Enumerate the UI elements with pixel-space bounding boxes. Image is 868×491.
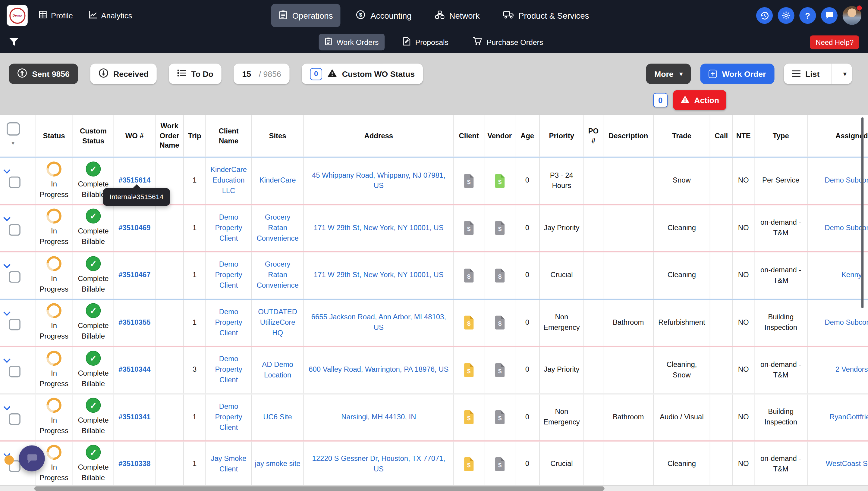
column-header-trip[interactable]: Trip (184, 115, 206, 156)
column-header-status[interactable]: Status (35, 115, 73, 156)
address-link[interactable]: 12220 S Gessner Dr, Houston, TX 77071, U… (307, 454, 451, 474)
tab-operations[interactable]: Operations (271, 4, 341, 27)
action-button[interactable]: Action (673, 90, 726, 110)
assigned-link[interactable]: WestCoast Serv (826, 459, 868, 469)
horizontal-scrollbar[interactable] (0, 486, 868, 491)
wo-number-link[interactable]: #3510338 (118, 459, 150, 469)
site-link[interactable]: KinderCare (259, 176, 296, 186)
vendor-invoice-icon[interactable]: $ (494, 457, 505, 471)
column-header-call[interactable]: Call (710, 115, 733, 156)
header-sort-triangle-icon[interactable]: ▼ (10, 140, 16, 147)
site-link[interactable]: UC6 Site (263, 412, 292, 423)
vendor-invoice-icon[interactable]: $ (494, 268, 505, 283)
need-help-button[interactable]: Need Help? (810, 35, 859, 49)
custom-wo-status-button[interactable]: 0 Custom WO Status (302, 63, 423, 84)
client-invoice-icon[interactable]: $ (463, 268, 474, 283)
client-name-link[interactable]: KinderCare Education LLC (208, 165, 248, 196)
assigned-link[interactable]: Demo Subcontra (824, 317, 868, 328)
wo-number-link[interactable]: #3510344 (118, 365, 150, 375)
column-header-address[interactable]: Address (304, 115, 454, 156)
todo-button[interactable]: To Do (169, 63, 222, 84)
expand-chevron-icon[interactable] (3, 261, 10, 268)
wo-number-link[interactable]: #3510469 (118, 223, 150, 233)
column-header-nte[interactable]: NTE (733, 115, 755, 156)
client-name-link[interactable]: Demo Property Client (208, 354, 248, 385)
list-view-button[interactable]: List ▾ (784, 63, 852, 84)
site-link[interactable]: jay smoke site (255, 459, 300, 469)
nav-profile[interactable]: Profile (39, 10, 73, 21)
settings-gear-button[interactable] (778, 7, 794, 24)
address-link[interactable]: 171 W 29th St, New York, NY 10001, US (314, 223, 444, 233)
tab-product-services[interactable]: Product & Services (495, 4, 597, 27)
assigned-link[interactable]: Kenny (841, 270, 862, 281)
tab-work-orders[interactable]: Work Orders (319, 34, 385, 50)
column-header-client_doc[interactable]: Client (454, 115, 484, 156)
row-checkbox[interactable] (9, 318, 21, 330)
list-dropdown-caret[interactable]: ▾ (838, 70, 852, 78)
client-name-link[interactable]: Demo Property Client (208, 212, 248, 244)
expand-chevron-icon[interactable] (3, 214, 10, 221)
client-invoice-icon[interactable]: $ (463, 410, 474, 425)
assigned-link[interactable]: 2 Vendors (836, 365, 868, 375)
client-invoice-icon[interactable]: $ (463, 221, 474, 235)
address-link[interactable]: 6655 Jackson Road, Ann Arbor, MI 48103, … (307, 312, 451, 333)
column-header-custom_status[interactable]: Custom Status (73, 115, 114, 156)
chat-button[interactable] (821, 7, 838, 24)
column-header-vendor_doc[interactable]: Vendor (484, 115, 515, 156)
column-header-trade[interactable]: Trade (654, 115, 710, 156)
vendor-invoice-icon[interactable]: $ (494, 410, 505, 425)
received-button[interactable]: Received (90, 63, 157, 84)
expand-chevron-icon[interactable] (3, 167, 10, 174)
select-all-checkbox[interactable] (7, 122, 20, 136)
vendor-invoice-icon[interactable]: $ (494, 221, 505, 235)
app-logo[interactable]: Demo (7, 5, 28, 26)
wo-number-link[interactable]: #3510341 (118, 412, 150, 423)
address-link[interactable]: 600 Valley Road, Warrington, PA 18976, U… (309, 365, 448, 375)
column-header-po[interactable]: PO # (584, 115, 604, 156)
column-header-description[interactable]: Description (604, 115, 654, 156)
site-link[interactable]: Grocery Ratan Convenience (255, 260, 301, 291)
history-button[interactable] (756, 7, 773, 24)
vendor-invoice-icon[interactable]: $ (494, 315, 505, 330)
client-name-link[interactable]: Jay Smoke Client (208, 454, 248, 474)
column-header-work_order_name[interactable]: Work Order Name (156, 115, 184, 156)
column-header-age[interactable]: Age (515, 115, 540, 156)
assigned-link[interactable]: RyanGottfried (830, 412, 868, 423)
tab-proposals[interactable]: Proposals (397, 33, 454, 51)
vertical-scroll-thumb[interactable] (861, 117, 864, 308)
site-link[interactable]: OUTDATED UtilizeCore HQ (255, 307, 301, 338)
wo-number-link[interactable]: #3510467 (118, 270, 150, 281)
sent-button[interactable]: Sent 9856 (9, 63, 78, 84)
expand-chevron-icon[interactable] (3, 356, 10, 363)
work-order-button[interactable]: + Work Order (700, 63, 774, 84)
column-header-wo[interactable]: WO # (114, 115, 156, 156)
expand-chevron-icon[interactable] (3, 403, 10, 410)
more-button[interactable]: More ▾ (646, 63, 691, 84)
row-checkbox[interactable] (9, 366, 21, 377)
help-button[interactable]: ? (799, 7, 816, 24)
user-avatar[interactable] (843, 6, 861, 25)
client-name-link[interactable]: Demo Property Client (208, 307, 248, 338)
address-link[interactable]: 171 W 29th St, New York, NY 10001, US (314, 270, 444, 281)
row-checkbox[interactable] (9, 271, 21, 283)
wo-number-link[interactable]: #3510355 (118, 317, 150, 328)
filter-funnel-icon[interactable] (9, 38, 19, 47)
tab-purchase-orders[interactable]: Purchase Orders (467, 34, 550, 50)
client-invoice-icon[interactable]: $ (463, 174, 474, 188)
row-checkbox[interactable] (9, 224, 21, 236)
column-header-priority[interactable]: Priority (540, 115, 584, 156)
column-header-type[interactable]: Type (754, 115, 807, 156)
address-link[interactable]: 45 Whippany Road, Whippany, NJ 07981, US (307, 171, 451, 191)
address-link[interactable]: Narsingi, MH 44130, IN (341, 412, 416, 423)
client-name-link[interactable]: Demo Property Client (208, 402, 248, 433)
row-checkbox[interactable] (9, 413, 21, 425)
column-header-assigned[interactable]: Assigned (808, 115, 868, 156)
expand-chevron-icon[interactable] (3, 309, 10, 315)
column-header-client_name[interactable]: Client Name (206, 115, 252, 156)
client-invoice-icon[interactable]: $ (463, 363, 474, 377)
horizontal-scroll-thumb[interactable] (34, 487, 605, 491)
nav-analytics[interactable]: Analytics (88, 10, 132, 21)
vendor-invoice-icon[interactable]: $ (494, 174, 505, 188)
tab-accounting[interactable]: $ Accounting (348, 4, 420, 27)
chat-fab-button[interactable] (19, 445, 45, 471)
